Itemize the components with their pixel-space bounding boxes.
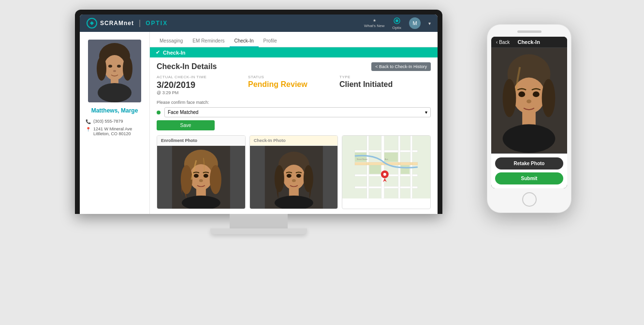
logo: SCRAMnet | OPTIX xyxy=(87,18,168,28)
actual-checkin-label: ACTUAL CHECK-IN TIME xyxy=(157,75,248,79)
save-button[interactable]: Save xyxy=(157,120,215,130)
back-chevron: ‹ xyxy=(496,40,498,45)
svg-point-8 xyxy=(98,83,132,102)
optix-icon xyxy=(393,17,401,25)
map-card: Street Name Ave xyxy=(342,135,431,209)
svg-point-53 xyxy=(503,79,516,117)
profile-photo xyxy=(88,40,141,102)
tab-profile[interactable]: Profile xyxy=(259,35,282,47)
monitor-screen: SCRAMnet | OPTIX ★ What's New xyxy=(80,14,438,214)
checkin-photo-header: Check-In Photo xyxy=(250,136,338,146)
tab-em-reminders[interactable]: EM Reminders xyxy=(188,35,229,47)
checkin-photo-card: Check-In Photo xyxy=(249,135,338,209)
phone-speaker xyxy=(517,30,542,33)
optix-label: Optix xyxy=(392,26,401,30)
logo-scramnet: SCRAMnet xyxy=(100,20,134,27)
svg-point-26 xyxy=(304,165,313,192)
checkin-title-row: Check-In Details < Back to Check-In Hist… xyxy=(157,62,431,71)
back-to-history-button[interactable]: < Back to Check-In History xyxy=(371,62,431,71)
phone-actions: Retake Photo Submit xyxy=(491,154,567,188)
client-name: Matthews, Marge xyxy=(86,107,144,114)
enrollment-photo-card: Enrollment Photo xyxy=(157,135,246,209)
phone-photo xyxy=(491,47,567,154)
svg-rect-38 xyxy=(381,136,384,198)
whats-new-label: What's New xyxy=(364,24,384,28)
svg-point-15 xyxy=(181,165,192,194)
whats-new-button[interactable]: ★ What's New xyxy=(364,18,384,28)
monitor-frame: SCRAMnet | OPTIX ★ What's New xyxy=(75,10,442,214)
svg-point-58 xyxy=(533,91,540,97)
checkin-details: Check-In Details < Back to Check-In Hist… xyxy=(150,57,438,214)
tab-checkin[interactable]: Check-In xyxy=(230,35,259,47)
phone-icon: 📞 xyxy=(86,119,91,124)
type-label: TYPE xyxy=(339,75,431,79)
phone-home-button[interactable] xyxy=(522,192,537,207)
face-match-select[interactable]: Face Matched ▾ xyxy=(164,107,431,117)
photos-section: Enrollment Photo xyxy=(157,135,431,209)
monitor-stand-connector xyxy=(230,214,288,228)
phone-screen: ‹ Back Check-In xyxy=(491,37,567,188)
scene: SCRAMnet | OPTIX ★ What's New xyxy=(0,0,644,325)
phone-back-button[interactable]: ‹ Back xyxy=(496,40,510,45)
svg-rect-43 xyxy=(384,153,398,162)
checkin-time: @ 3:29 PM xyxy=(157,90,248,95)
svg-point-57 xyxy=(518,91,525,97)
tab-messaging[interactable]: Messaging xyxy=(155,35,188,47)
enrollment-photo xyxy=(157,146,245,209)
optix-button[interactable]: Optix xyxy=(392,17,401,30)
logo-optix: OPTIX xyxy=(146,20,168,27)
checkin-section-label: Check-In xyxy=(163,50,185,56)
map-placeholder: Street Name Ave xyxy=(342,136,430,198)
checkin-date: 3/20/2019 xyxy=(157,80,248,90)
client-phone-row: 📞 (303) 555-7879 xyxy=(86,119,144,124)
svg-point-10 xyxy=(117,65,121,68)
desktop-monitor: SCRAMnet | OPTIX ★ What's New xyxy=(75,10,442,234)
nav-right: ★ What's New Optix M ▾ xyxy=(364,17,431,30)
phone-frame: ‹ Back Check-In xyxy=(487,24,571,213)
svg-point-31 xyxy=(292,179,296,182)
svg-text:Ave: Ave xyxy=(385,158,389,160)
svg-rect-33 xyxy=(355,150,418,152)
svg-point-24 xyxy=(283,165,305,190)
enrollment-photo-header: Enrollment Photo xyxy=(157,136,245,146)
status-label: STATUS xyxy=(248,75,339,79)
checkin-photo xyxy=(250,146,338,209)
checkin-icon: ✔ xyxy=(156,49,160,56)
actual-checkin-col: ACTUAL CHECK-IN TIME 3/20/2019 @ 3:29 PM xyxy=(157,75,248,95)
svg-point-11 xyxy=(113,70,116,72)
right-panel: Messaging EM Reminders Check-In Profile … xyxy=(150,32,438,214)
face-match-label: Please confirm face match: xyxy=(157,100,431,105)
phone-title: Check-In xyxy=(517,39,540,45)
main-content: Matthews, Marge 📞 (303) 555-7879 📍 1241 … xyxy=(80,32,438,214)
svg-point-1 xyxy=(395,19,398,22)
svg-rect-44 xyxy=(401,165,410,174)
logo-icon xyxy=(87,18,97,28)
svg-rect-36 xyxy=(355,186,418,188)
monitor-stand-base xyxy=(210,228,307,234)
checkin-section-header: ✔ Check-In xyxy=(150,47,438,57)
face-matched-dot xyxy=(157,111,161,114)
avatar-chevron: ▾ xyxy=(428,21,431,26)
location-icon: 📍 xyxy=(86,127,91,132)
client-info: 📞 (303) 555-7879 📍 1241 W Mineral Ave Li… xyxy=(86,119,144,136)
avatar[interactable]: M xyxy=(409,17,421,29)
svg-point-16 xyxy=(210,165,221,194)
retake-photo-button[interactable]: Retake Photo xyxy=(495,157,563,170)
svg-point-56 xyxy=(503,124,556,153)
svg-point-47 xyxy=(383,173,386,176)
svg-rect-42 xyxy=(369,165,381,174)
svg-point-25 xyxy=(275,165,284,192)
svg-point-6 xyxy=(123,57,132,81)
svg-rect-55 xyxy=(522,111,536,126)
nav-bar: SCRAMnet | OPTIX ★ What's New xyxy=(80,14,438,32)
type-col: TYPE Client Initiated xyxy=(339,75,431,95)
sidebar: Matthews, Marge 📞 (303) 555-7879 📍 1241 … xyxy=(80,32,150,214)
star-icon: ★ xyxy=(373,18,376,23)
type-value: Client Initiated xyxy=(339,80,431,89)
svg-point-5 xyxy=(97,57,106,81)
svg-rect-41 xyxy=(355,153,366,162)
face-match-section: Please confirm face match: Face Matched … xyxy=(157,100,431,130)
status-col: STATUS Pending Review xyxy=(248,75,339,95)
client-phone: (303) 555-7879 xyxy=(93,119,123,124)
submit-button[interactable]: Submit xyxy=(495,172,563,184)
